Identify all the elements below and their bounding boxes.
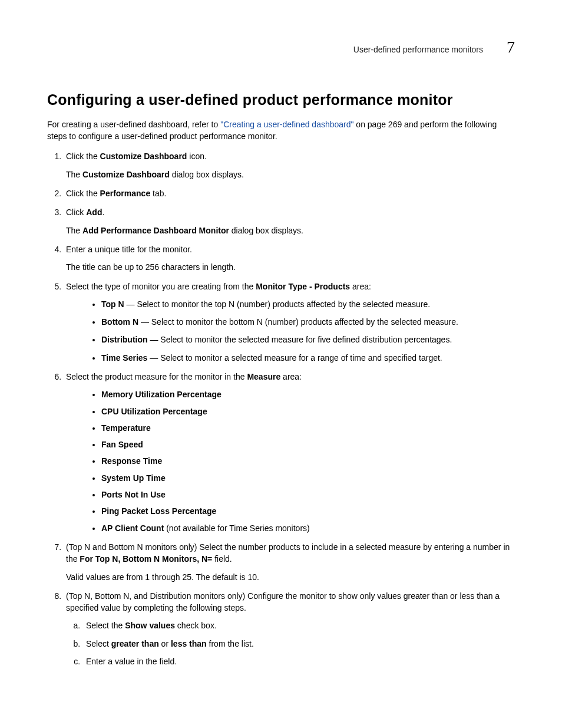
step-1-note: The Customize Dashboard dialog box displ… xyxy=(66,169,515,180)
step-8-substeps: Select the Show values check box. Select… xyxy=(66,620,515,667)
step-8-text: (Top N, Bottom N, and Distribution monit… xyxy=(66,590,515,614)
add-label: Add xyxy=(86,207,102,217)
step-1-text: Click the Customize Dashboard icon. xyxy=(66,150,515,162)
step-2-text: Click the Performance tab. xyxy=(66,187,515,199)
list-item: Bottom N — Select to monitor the bottom … xyxy=(101,316,515,328)
chapter-number: 7 xyxy=(507,35,515,60)
content-body: Configuring a user-defined product perfo… xyxy=(47,89,515,668)
n-field-label: For Top N, Bottom N Monitors, N= xyxy=(80,554,212,564)
list-item: CPU Utilization Percentage xyxy=(101,406,515,417)
crossref-link[interactable]: "Creating a user-defined dashboard" xyxy=(220,120,353,129)
substep-c: Enter a value in the field. xyxy=(82,655,515,667)
step-5-text: Select the type of monitor you are creat… xyxy=(66,281,515,292)
customize-dashboard-label: Customize Dashboard xyxy=(100,151,187,161)
step-4: Enter a unique title for the monitor. Th… xyxy=(64,243,515,274)
steps-list: Click the Customize Dashboard icon. The … xyxy=(47,150,515,667)
page-title: Configuring a user-defined product perfo… xyxy=(47,89,515,110)
step-6: Select the product measure for the monit… xyxy=(64,371,515,534)
list-item: System Up Time xyxy=(101,472,515,484)
step-4-note: The title can be up to 256 characters in… xyxy=(66,261,515,273)
header-section-label: User-defined performance monitors xyxy=(353,44,483,55)
list-item: Distribution — Select to monitor the sel… xyxy=(101,334,515,345)
intro-paragraph: For creating a user-defined dashboard, r… xyxy=(47,118,515,143)
step-8: (Top N, Bottom N, and Distribution monit… xyxy=(64,590,515,667)
step-2: Click the Performance tab. xyxy=(64,187,515,199)
list-item: Time Series — Select to monitor a select… xyxy=(101,352,515,364)
step-7-note: Valid values are from 1 through 25. The … xyxy=(66,571,515,583)
monitor-types-list: Top N — Select to monitor the top N (num… xyxy=(66,298,515,364)
step-4-text: Enter a unique title for the monitor. xyxy=(66,243,515,255)
substep-b: Select greater than or less than from th… xyxy=(82,638,515,650)
step-6-text: Select the product measure for the monit… xyxy=(66,371,515,383)
substep-a: Select the Show values check box. xyxy=(82,620,515,631)
step-3: Click Add. The Add Performance Dashboard… xyxy=(64,206,515,236)
list-item: Response Time xyxy=(101,455,515,467)
list-item: Ports Not In Use xyxy=(101,489,515,500)
list-item: Temperature xyxy=(101,422,515,434)
step-1: Click the Customize Dashboard icon. The … xyxy=(64,150,515,180)
measures-list: Memory Utilization Percentage CPU Utiliz… xyxy=(66,388,515,534)
list-item: Fan Speed xyxy=(101,439,515,450)
intro-text-pre: For creating a user-defined dashboard, r… xyxy=(47,120,220,129)
step-3-note: The Add Performance Dashboard Monitor di… xyxy=(66,225,515,236)
monitor-type-label: Monitor Type - Products xyxy=(256,282,350,291)
step-5: Select the type of monitor you are creat… xyxy=(64,281,515,364)
list-item: Ping Packet Loss Percentage xyxy=(101,505,515,517)
measure-label: Measure xyxy=(247,372,280,381)
step-3-text: Click Add. xyxy=(66,206,515,218)
list-item: Memory Utilization Percentage xyxy=(101,388,515,400)
step-7-text: (Top N and Bottom N monitors only) Selec… xyxy=(66,541,515,565)
page-header: User-defined performance monitors 7 xyxy=(47,35,515,60)
performance-tab-label: Performance xyxy=(100,189,151,198)
list-item: AP Client Count (not available for Time … xyxy=(101,522,515,534)
list-item: Top N — Select to monitor the top N (num… xyxy=(101,298,515,310)
step-7: (Top N and Bottom N monitors only) Selec… xyxy=(64,541,515,583)
